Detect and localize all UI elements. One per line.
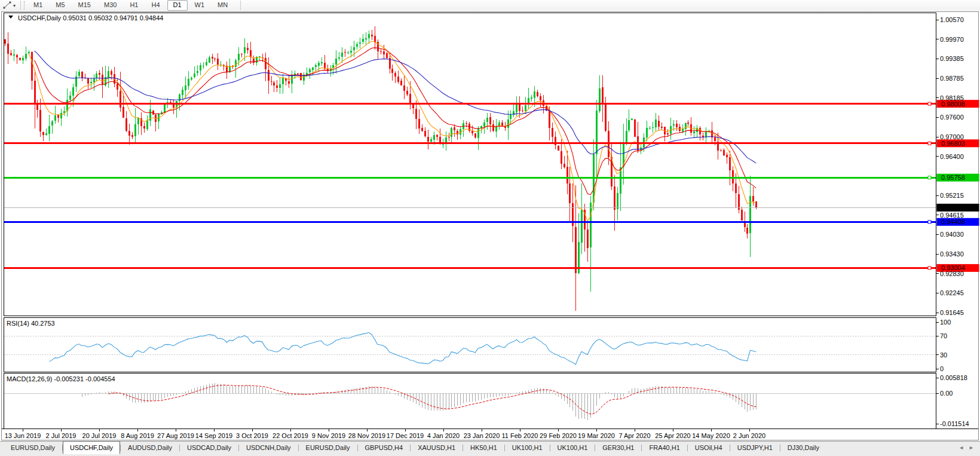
level-price-label: 0.96803 (941, 140, 965, 147)
macd-axis-label: 0.00 (940, 390, 953, 397)
tab-scroll-arrows: ◄ ► (958, 442, 980, 453)
timeframe-button-h1[interactable]: H1 (124, 0, 144, 11)
price-tick-label: 0.96400 (940, 153, 964, 160)
line-studies-tool[interactable]: ▾ (0, 1, 18, 10)
date-tick-label: 14 May 2020 (692, 432, 730, 439)
chart-tab-uk100-h1[interactable]: UK100,H1 (550, 442, 595, 454)
chart-tab-hk50-h1[interactable]: HK50,H1 (463, 442, 504, 454)
timeframe-button-mn[interactable]: MN (212, 0, 234, 11)
price-tick-label: 0.93430 (940, 250, 964, 258)
price-tick-label: 0.91645 (940, 309, 964, 316)
date-tick-label: 8 Aug 2019 (121, 432, 154, 439)
chart-tab-xauusd-h1[interactable]: XAUUSD,H1 (411, 442, 463, 454)
date-tick-label: 20 Jul 2019 (82, 432, 117, 439)
timeframe-button-h4[interactable]: H4 (145, 0, 166, 11)
price-tick-label: 0.94030 (940, 231, 964, 238)
date-tick-label: 11 Feb 2020 (502, 432, 538, 439)
price-tick-label: 0.97600 (940, 114, 964, 121)
price-tick-label: 0.99970 (940, 36, 964, 43)
chart-canvas[interactable]: 0.980080.968030.957580.944080.930040.948… (0, 11, 980, 441)
rsi-indicator-label: RSI(14) 40.2753 (7, 320, 55, 327)
level-price-label: 0.95758 (941, 174, 965, 181)
date-tick-label: 27 Aug 2019 (157, 432, 194, 439)
chart-tab-usdchf-daily[interactable]: USDCHF,Daily (63, 441, 120, 454)
date-tick-label: 25 Apr 2020 (655, 432, 690, 439)
chart-panels (4, 13, 936, 429)
date-tick-label: 4 Jan 2020 (427, 432, 460, 439)
tab-scroll-right-icon[interactable]: ► (969, 445, 974, 451)
date-tick-label: 17 Dec 2019 (387, 432, 424, 439)
timeframe-button-m30[interactable]: M30 (98, 0, 122, 11)
chart-tab-eurusd-daily[interactable]: EURUSD,Daily (4, 442, 62, 454)
line-tool-icon (2, 1, 12, 10)
timeframe-button-m15[interactable]: M15 (72, 0, 97, 11)
price-tick-label: 0.95215 (940, 192, 964, 199)
price-tick-label: 0.99385 (940, 55, 964, 62)
price-tick-label: 0.97000 (940, 133, 964, 140)
rsi-axis-label: 100 (940, 319, 951, 326)
chart-tab-eurusd-daily[interactable]: EURUSD,Daily (299, 442, 357, 454)
chart-tab-dj30-daily[interactable]: DJ30,Daily (780, 442, 826, 454)
timeframe-button-m1[interactable]: M1 (27, 0, 48, 11)
level-handle[interactable] (928, 221, 931, 224)
tab-scroll-left-icon[interactable]: ◄ (958, 445, 964, 451)
price-tick-label: 0.92245 (940, 289, 964, 296)
toolbar-drag-grip[interactable] (20, 1, 24, 10)
level-price-label: 0.94408 (941, 218, 965, 225)
timeframe-button-m5[interactable]: M5 (50, 0, 71, 11)
level-handle[interactable] (928, 102, 931, 105)
chart-tab-uk100-h1[interactable]: UK100,H1 (505, 442, 550, 454)
macd-panel[interactable] (4, 374, 936, 429)
symbol-title-ohlc: USDCHF,Daily 0.95031 0.95032 0.94791 0.9… (18, 14, 163, 22)
chart-tabs: EURUSD,DailyUSDCHF,DailyAUDUSD,DailyUSDC… (0, 442, 826, 454)
date-tick-label: 29 Feb 2020 (540, 432, 577, 439)
date-tick-label: 14 Sep 2019 (195, 432, 232, 439)
chart-tab-ger30-h1[interactable]: GER30,H1 (595, 442, 641, 454)
date-tick-label: 23 Jan 2020 (464, 432, 500, 439)
main-price-panel[interactable] (4, 13, 936, 316)
timeframe-button-w1[interactable]: W1 (189, 0, 211, 11)
price-tick-label: 0.98185 (940, 94, 964, 102)
macd-axis-label: -0.011514 (940, 420, 969, 427)
timeframe-buttons: M1M5M15M30H1H4D1W1MN (27, 0, 234, 11)
chart-tab-gbpusd-h4[interactable]: GBPUSD,H4 (358, 442, 411, 454)
price-tick-label: 1.00570 (940, 16, 964, 23)
date-tick-label: 2 Jul 2019 (46, 432, 76, 439)
date-tick-label: 9 Nov 2019 (312, 432, 345, 439)
rsi-axis-label: 0 (940, 365, 944, 372)
chevron-down-icon: ▾ (13, 3, 16, 8)
level-handle[interactable] (928, 267, 931, 270)
chart-tab-usdjpy-h1[interactable]: USDJPY,H1 (730, 442, 780, 454)
chart-title: USDCHF,Daily 0.95031 0.95032 0.94791 0.9… (8, 14, 163, 22)
level-handle[interactable] (928, 142, 931, 145)
timeframe-button-d1[interactable]: D1 (167, 0, 188, 11)
price-tick-label: 0.98785 (940, 75, 964, 82)
chart-tab-usdcnh-daily[interactable]: USDCNH,Daily (239, 442, 298, 454)
current-price-label: 0.94844 (941, 204, 965, 211)
symbol-tab-bar: EURUSD,DailyUSDCHF,DailyAUDUSD,DailyUSDC… (0, 441, 980, 456)
rsi-axis-label: 30 (940, 351, 947, 359)
date-tick-label: 7 Apr 2020 (618, 432, 650, 439)
date-tick-label: 13 Jun 2019 (5, 432, 41, 439)
date-tick-label: 2 Jun 2020 (733, 432, 765, 439)
date-tick-label: 28 Nov 2019 (348, 432, 385, 439)
date-tick-label: 19 Mar 2020 (578, 432, 615, 439)
chart-tab-audusd-daily[interactable]: AUDUSD,Daily (121, 442, 179, 454)
date-tick-label: 3 Oct 2019 (236, 432, 268, 439)
date-tick-label: 22 Oct 2019 (272, 432, 308, 439)
rsi-panel[interactable] (4, 318, 936, 372)
chart-tab-usoil-h4[interactable]: USOil,H4 (688, 442, 730, 454)
macd-axis-label: 0.005818 (940, 374, 967, 381)
chart-tab-fra40-h1[interactable]: FRA40,H1 (642, 442, 687, 454)
price-tick-label: 0.94615 (940, 212, 964, 219)
rsi-axis-label: 70 (940, 332, 947, 339)
timeframe-toolbar: ▾ M1M5M15M30H1H4D1W1MN (0, 0, 980, 11)
chart-tab-usdcad-daily[interactable]: USDCAD,Daily (180, 442, 238, 454)
level-handle[interactable] (928, 176, 931, 179)
price-tick-label: 0.92830 (940, 270, 964, 277)
toolbar-separator (240, 1, 241, 10)
macd-indicator-label: MACD(12,26,9) -0.005231 -0.004554 (7, 375, 115, 382)
